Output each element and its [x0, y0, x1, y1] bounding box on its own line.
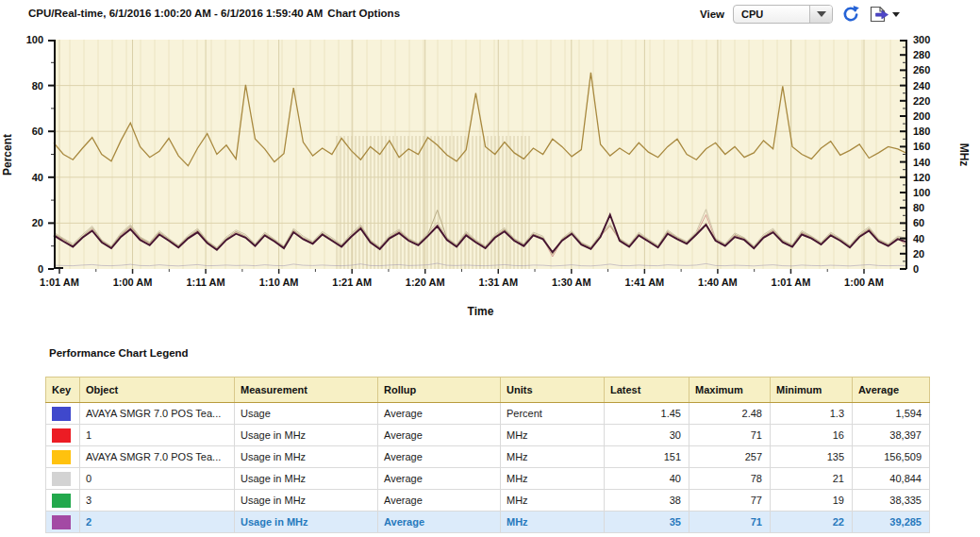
view-select-arrow-button[interactable] — [809, 6, 832, 23]
export-button[interactable] — [869, 6, 900, 23]
legend-key-cell — [46, 468, 80, 490]
left-axis-tick-label: 0 — [11, 263, 43, 275]
performance-chart: Percent MHz Time 1:01 AM1:00 AM1:11 AM1:… — [0, 33, 980, 327]
left-axis-tick-label: 80 — [11, 80, 43, 92]
legend-cell-average: 156,509 — [853, 446, 930, 468]
legend-cell-measurement: Usage in MHz — [235, 468, 378, 490]
performance-chart-panel: CPU/Real-time, 6/1/2016 1:00:20 AM - 6/1… — [0, 0, 980, 537]
legend-row[interactable]: 3Usage in MHzAverageMHz38771938,335 — [46, 490, 930, 512]
legend-cell-rollup: Average — [378, 446, 501, 468]
chart-title: CPU/Real-time, 6/1/2016 1:00:20 AM - 6/1… — [28, 8, 323, 19]
right-axis-tick-label: 200 — [913, 110, 945, 122]
series-color-swatch — [52, 428, 71, 443]
view-select-value: CPU — [734, 8, 809, 20]
chart-title-bar: CPU/Real-time, 6/1/2016 1:00:20 AM - 6/1… — [28, 8, 400, 19]
right-axis-tick-label: 100 — [913, 187, 945, 198]
legend-column-header: Average — [853, 378, 930, 403]
left-axis-tick-label: 40 — [11, 172, 43, 183]
chart-options-link[interactable]: Chart Options — [327, 8, 400, 19]
legend-row[interactable]: AVAYA SMGR 7.0 POS Tea...UsageAveragePer… — [46, 403, 930, 425]
x-tick-label: 1:20 AM — [392, 277, 458, 288]
legend-table-body: AVAYA SMGR 7.0 POS Tea...UsageAveragePer… — [46, 403, 930, 533]
legend-cell-units: MHz — [501, 446, 605, 468]
refresh-icon — [841, 5, 860, 24]
legend-cell-measurement: Usage — [235, 403, 378, 425]
legend-cell-maximum: 2.48 — [689, 403, 771, 425]
legend-cell-average: 40,844 — [853, 468, 930, 490]
right-axis-tick-label: 40 — [913, 233, 945, 244]
legend-cell-units: MHz — [501, 468, 605, 490]
right-axis-tick-label: 0 — [913, 263, 945, 275]
legend-key-cell — [46, 512, 80, 533]
legend-column-header: Object — [80, 378, 235, 403]
legend-cell-object: 1 — [80, 425, 235, 446]
legend-cell-object: 3 — [80, 490, 235, 512]
legend-cell-minimum: 16 — [771, 425, 853, 446]
legend-cell-maximum: 71 — [689, 512, 771, 533]
right-axis-tick-label: 180 — [913, 126, 945, 137]
legend-column-header: Measurement — [235, 378, 378, 403]
right-axis-tick-label: 240 — [913, 80, 945, 92]
legend-key-cell — [46, 446, 80, 468]
left-axis-tick-label: 100 — [11, 34, 43, 45]
series-color-swatch — [52, 472, 71, 486]
legend-cell-rollup: Average — [378, 512, 501, 533]
legend-cell-latest: 1.45 — [605, 403, 689, 425]
legend-cell-minimum: 19 — [771, 490, 853, 512]
series-color-swatch — [52, 450, 71, 464]
x-tick-label: 1:00 AM — [831, 277, 897, 288]
view-label: View — [700, 8, 724, 20]
legend-row[interactable]: 1Usage in MHzAverageMHz30711638,397 — [46, 425, 930, 446]
left-axis-tick-label: 60 — [11, 126, 43, 137]
series-color-swatch — [52, 515, 71, 529]
right-axis-tick-label: 280 — [913, 49, 945, 60]
legend-cell-object: AVAYA SMGR 7.0 POS Tea... — [80, 446, 235, 468]
export-icon — [869, 6, 890, 23]
x-tick-label: 1:01 AM — [757, 277, 823, 288]
legend-cell-measurement: Usage in MHz — [235, 512, 378, 533]
chevron-down-icon — [817, 11, 826, 17]
legend-cell-minimum: 1.3 — [771, 403, 853, 425]
x-tick-label: 1:30 AM — [539, 277, 605, 288]
right-axis-tick-label: 80 — [913, 202, 945, 213]
legend-cell-measurement: Usage in MHz — [235, 446, 378, 468]
right-axis-tick-label: 20 — [913, 248, 945, 260]
right-axis-tick-label: 140 — [913, 157, 945, 168]
legend-cell-average: 38,335 — [853, 490, 930, 512]
right-axis-tick-label: 160 — [913, 141, 945, 152]
x-tick-label: 1:21 AM — [319, 277, 385, 288]
legend-column-header: Rollup — [378, 378, 501, 403]
x-axis-title: Time — [54, 305, 907, 318]
right-axis-tick-label: 260 — [913, 64, 945, 76]
legend-cell-latest: 30 — [605, 425, 689, 446]
x-tick-label: 1:01 AM — [26, 277, 92, 288]
right-axis-tick-label: 120 — [913, 172, 945, 183]
legend-column-header: Key — [46, 378, 80, 403]
legend-cell-latest: 40 — [605, 468, 689, 490]
legend-column-header: Latest — [605, 378, 689, 403]
legend-row[interactable]: AVAYA SMGR 7.0 POS Tea...Usage in MHzAve… — [46, 446, 930, 468]
legend-cell-minimum: 135 — [771, 446, 853, 468]
chart-controls: View CPU — [700, 5, 900, 24]
refresh-button[interactable] — [841, 5, 860, 24]
right-axis-tick-label: 300 — [913, 34, 945, 45]
legend-row[interactable]: 0Usage in MHzAverageMHz40782140,844 — [46, 468, 930, 490]
legend-cell-latest: 35 — [605, 512, 689, 533]
legend-column-header: Units — [501, 378, 605, 403]
legend-cell-maximum: 77 — [689, 490, 771, 512]
legend-row[interactable]: 2Usage in MHzAverageMHz35712239,285 — [46, 512, 930, 533]
x-tick-label: 1:11 AM — [173, 277, 239, 288]
legend-cell-maximum: 71 — [689, 425, 771, 446]
legend-column-header: Minimum — [771, 378, 853, 403]
right-axis-tick-label: 220 — [913, 95, 945, 107]
chart-plot[interactable] — [46, 40, 907, 276]
x-tick-label: 1:10 AM — [246, 277, 312, 288]
legend-cell-measurement: Usage in MHz — [235, 425, 378, 446]
legend-cell-object: 0 — [80, 468, 235, 490]
legend-column-header: Maximum — [689, 378, 771, 403]
view-select[interactable]: CPU — [733, 5, 833, 24]
legend-cell-minimum: 22 — [771, 512, 853, 533]
right-axis-title: MHz — [957, 117, 971, 193]
left-axis-tick-label: 20 — [11, 217, 43, 228]
series-color-swatch — [52, 494, 71, 508]
